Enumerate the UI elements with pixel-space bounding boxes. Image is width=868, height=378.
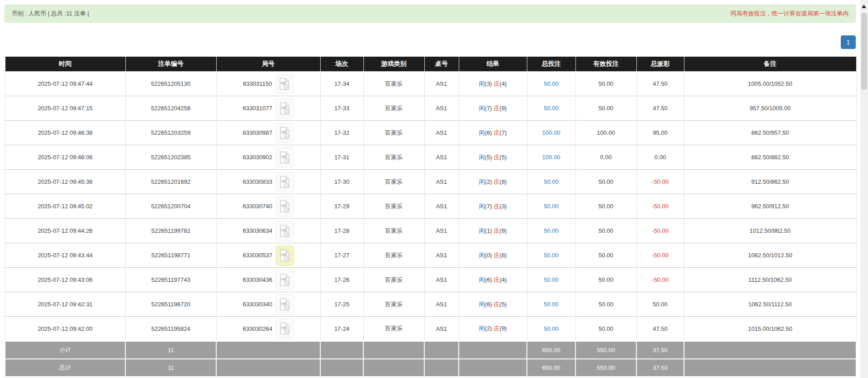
result-player-points: (6) (485, 129, 492, 136)
cell-bet-id: 522651203259 (125, 121, 216, 145)
result-banker-label: 庄 (494, 301, 500, 308)
cell-remark: 1005.00/1052.50 (684, 72, 856, 96)
table-row: 2025-07-12 09:43:06 522651197743 6330304… (5, 268, 856, 292)
scrollbar-thumb[interactable] (861, 13, 867, 90)
result-player-label: 闲 (479, 80, 485, 87)
round-number: 633030436 (243, 276, 272, 283)
total-bet-link[interactable]: 100.00 (542, 154, 560, 161)
cell-session: 17-25 (320, 292, 363, 317)
result-banker-label: 庄 (494, 325, 500, 332)
video-replay-button[interactable] (276, 221, 294, 241)
video-replay-button[interactable] (276, 147, 294, 167)
footer-total-bet: 650.00 (527, 341, 575, 359)
cell-bet-id: 522651201692 (125, 170, 216, 194)
cell-payout: -50.00 (636, 243, 684, 268)
video-replay-button[interactable] (276, 319, 294, 339)
result-banker-label: 庄 (494, 276, 500, 283)
result-player-points: (2) (485, 325, 492, 332)
table-row: 2025-07-12 09:47:15 522651204256 6330310… (5, 96, 856, 121)
result-player-label: 闲 (479, 129, 485, 136)
round-number: 633030634 (243, 227, 272, 234)
total-bet-link[interactable]: 50.00 (544, 80, 559, 87)
total-bet-link[interactable]: 50.00 (544, 276, 559, 283)
cell-remark: 1062.50/1112.50 (684, 292, 856, 317)
total-bet-link[interactable]: 50.00 (544, 252, 559, 259)
film-document-icon (279, 78, 290, 90)
footer-label: 总计 (5, 359, 125, 377)
cell-round-no: 633031150 (216, 72, 320, 96)
cell-game-type: 百家乐 (363, 145, 424, 170)
cell-payout: 50.00 (636, 292, 684, 317)
result-player-label: 闲 (479, 276, 485, 283)
grand-total-row: 总计 11 650.00 550.00 37.50 (5, 359, 856, 377)
film-document-icon (279, 274, 290, 286)
video-replay-button[interactable] (276, 98, 294, 118)
result-player-label: 闲 (479, 301, 485, 308)
cell-session: 17-26 (320, 268, 363, 292)
result-banker-label: 庄 (494, 252, 500, 259)
cell-table-no: AS1 (424, 292, 459, 317)
cell-payout: 47.50 (636, 317, 684, 341)
cell-table-no: AS1 (424, 243, 459, 268)
cell-payout: 47.50 (636, 96, 684, 121)
result-banker-points: (3) (500, 203, 507, 210)
cell-table-no: AS1 (424, 145, 459, 170)
total-bet-link[interactable]: 50.00 (544, 325, 559, 332)
cell-total-bet: 50.00 (527, 170, 575, 194)
cell-valid-bet: 50.00 (575, 317, 636, 341)
video-replay-button[interactable] (275, 74, 293, 94)
total-bet-link[interactable]: 50.00 (544, 227, 559, 234)
cell-result: 闲(6) 庄(4) (459, 268, 527, 292)
scroll-up-arrow-icon[interactable] (862, 5, 866, 8)
col-header-result: 结果 (459, 57, 527, 72)
video-replay-button[interactable] (276, 172, 294, 192)
bet-records-table: 时间 注单编号 局号 场次 游戏类别 桌号 结果 总投注 有效投注 总派彩 备注… (5, 56, 857, 377)
total-bet-link[interactable]: 50.00 (544, 301, 559, 308)
table-body: 2025-07-12 09:47:44 522651205130 6330311… (5, 72, 856, 341)
cell-payout: 0.00 (636, 145, 684, 170)
cell-payout: -50.00 (636, 268, 684, 292)
cell-session: 17-27 (320, 243, 363, 268)
round-number: 633030833 (243, 178, 272, 185)
total-bet-link[interactable]: 100.00 (542, 129, 560, 136)
table-header-row: 时间 注单编号 局号 场次 游戏类别 桌号 结果 总投注 有效投注 总派彩 备注 (5, 57, 856, 72)
cell-result: 闲(1) 庄(9) (459, 219, 527, 243)
cell-table-no: AS1 (424, 121, 459, 145)
cell-valid-bet: 50.00 (575, 72, 636, 96)
cell-session: 17-34 (320, 72, 363, 96)
result-banker-points: (8) (500, 178, 507, 185)
video-replay-button[interactable] (276, 123, 294, 143)
cell-result: 闲(2) 庄(8) (459, 170, 527, 194)
cell-session: 17-29 (320, 194, 363, 219)
table-row: 2025-07-12 09:45:02 522651200704 6330307… (5, 194, 856, 219)
cell-total-bet: 100.00 (527, 145, 575, 170)
currency-summary: 币别 : 人民币 | 总共 :11 注单 | (12, 10, 89, 18)
total-bet-link[interactable]: 50.00 (544, 105, 559, 112)
result-banker-points: (9) (500, 105, 507, 112)
total-bet-link[interactable]: 50.00 (544, 178, 559, 185)
footer-empty-cell (424, 359, 459, 377)
cell-result: 闲(3) 庄(4) (459, 72, 527, 96)
video-replay-button[interactable] (276, 196, 294, 216)
video-replay-button[interactable] (276, 245, 294, 265)
result-player-points: (2) (485, 178, 492, 185)
result-player-points: (0) (485, 252, 492, 259)
table-row: 2025-07-12 09:42:00 522651195824 6330302… (5, 317, 856, 341)
table-row: 2025-07-12 09:46:38 522651203259 6330309… (5, 121, 856, 145)
cell-valid-bet: 50.00 (575, 194, 636, 219)
video-replay-button[interactable] (276, 270, 294, 290)
cell-total-bet: 50.00 (527, 72, 575, 96)
film-document-icon (279, 151, 290, 164)
cell-valid-bet: 50.00 (575, 292, 636, 317)
footer-payout: 37.50 (636, 341, 684, 359)
page-1-button[interactable]: 1 (841, 35, 856, 49)
result-banker-label: 庄 (494, 129, 500, 136)
total-bet-link[interactable]: 50.00 (544, 203, 559, 210)
scrollbar[interactable] (860, 0, 868, 378)
cell-bet-id: 522651197743 (125, 268, 216, 292)
video-replay-button[interactable] (276, 295, 294, 314)
result-player-label: 闲 (479, 227, 485, 234)
cell-remark: 1112.50/1062.50 (684, 268, 856, 292)
result-player-points: (1) (485, 227, 492, 234)
cell-table-no: AS1 (424, 268, 459, 292)
